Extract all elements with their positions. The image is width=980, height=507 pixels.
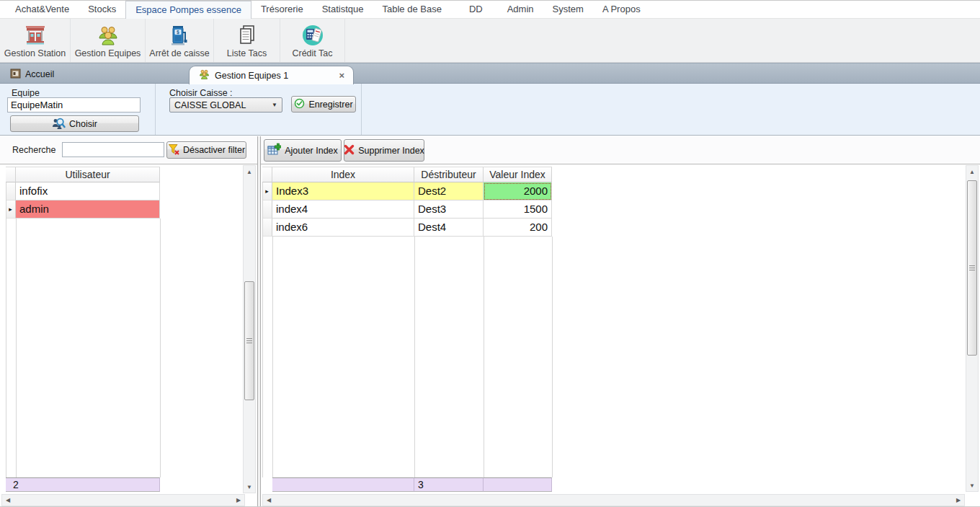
liste-tacs-label: Liste Tacs	[227, 48, 267, 58]
menu-admin[interactable]: Admin	[498, 1, 543, 18]
menu-stocks[interactable]: Stocks	[79, 1, 125, 18]
scroll-up-icon[interactable]: ▲	[244, 166, 255, 177]
supprimer-index-label: Supprimer Index	[358, 146, 424, 156]
gestion-equipes-label: Gestion Equipes	[75, 48, 141, 58]
menu-statistque[interactable]: Statistque	[313, 1, 373, 18]
users-grid-corner	[6, 167, 16, 182]
destributeur-column-header[interactable]: Déstributeur	[414, 167, 484, 182]
scroll-down-icon[interactable]: ▼	[966, 480, 978, 491]
row-header[interactable]	[6, 182, 16, 200]
ajouter-index-button[interactable]: Ajouter Index	[264, 139, 342, 162]
check-circle-icon	[294, 98, 305, 111]
row-header-current[interactable]: ▸	[262, 182, 272, 200]
menu-dd[interactable]: DD	[460, 1, 492, 18]
documents-icon	[236, 22, 258, 48]
safe-icon	[10, 69, 21, 81]
search-team-icon	[52, 117, 66, 131]
menu-espace-pompes-essence[interactable]: Espace Pompes essence	[125, 1, 251, 19]
grid-line	[6, 182, 6, 477]
scrollbar-thumb[interactable]	[967, 180, 977, 356]
liste-tacs-button[interactable]: Liste Tacs	[214, 19, 280, 62]
svg-text:$: $	[177, 29, 179, 35]
recherche-label: Recherche	[12, 145, 55, 155]
index-cell[interactable]: index6	[272, 219, 414, 237]
dest-cell-selected[interactable]: Dest2	[414, 182, 484, 200]
valeur-cell[interactable]: 200	[484, 219, 552, 237]
grid-line	[484, 237, 484, 477]
scrollbar-thumb[interactable]	[244, 281, 254, 400]
dest-cell[interactable]: Dest4	[414, 219, 484, 237]
index-horizontal-scrollbar[interactable]: ◀ ▶	[262, 494, 965, 506]
scroll-down-icon[interactable]: ▼	[244, 481, 255, 493]
scroll-left-icon[interactable]: ◀	[2, 495, 14, 506]
form-group-separator	[361, 84, 362, 135]
menu-system[interactable]: System	[543, 1, 593, 18]
equipe-input[interactable]	[7, 97, 141, 113]
row-header[interactable]	[262, 219, 272, 237]
gestion-equipes-button[interactable]: Gestion Equipes	[71, 19, 146, 62]
gestion-station-button[interactable]: Gestion Station	[0, 19, 71, 62]
scroll-left-icon[interactable]: ◀	[263, 495, 275, 506]
desactiver-filter-label: Désactiver filter	[183, 145, 245, 155]
arret-de-caisse-button[interactable]: $ Arrêt de caisse	[146, 19, 214, 62]
index-footer-cell	[484, 477, 552, 492]
index-cell[interactable]: index4	[272, 200, 414, 219]
user-row-infofix[interactable]: infofix	[16, 182, 160, 200]
menu-a-propos[interactable]: A Propos	[593, 1, 650, 18]
grid-line	[272, 237, 273, 477]
valeur-cell-focused[interactable]: 2000	[484, 182, 552, 200]
desactiver-filter-button[interactable]: Désactiver filter	[166, 141, 246, 159]
gestion-station-label: Gestion Station	[4, 48, 66, 58]
recherche-input[interactable]	[62, 142, 164, 157]
users-horizontal-scrollbar[interactable]: ◀ ▶	[1, 494, 245, 506]
choisir-button[interactable]: Choisir	[10, 115, 139, 132]
scroll-right-icon[interactable]: ▶	[233, 495, 244, 506]
supprimer-index-button[interactable]: Supprimer Index	[344, 139, 424, 162]
valeur-index-column-header[interactable]: Valeur Index	[484, 167, 552, 182]
tab-accueil[interactable]: Accueil	[4, 66, 60, 82]
index-cell-selected[interactable]: Index3	[272, 182, 414, 200]
credit-tac-label: Crédit Tac	[292, 48, 332, 58]
team-icon	[198, 69, 210, 82]
users-count-footer: 2	[6, 477, 160, 492]
equipe-label: Equipe	[12, 88, 40, 98]
index-footer-cell	[272, 477, 414, 492]
panel-splitter[interactable]	[257, 136, 261, 507]
users-column-header[interactable]: Utilisateur	[16, 167, 160, 182]
fuel-pump-icon: $	[168, 22, 191, 48]
tab-gestion-equipes-1[interactable]: Gestion Equipes 1 ×	[189, 66, 354, 84]
row-header[interactable]	[262, 200, 272, 219]
arret-de-caisse-label: Arrêt de caisse	[149, 48, 209, 58]
menu-bar: Achat&Vente Stocks Espace Pompes essence…	[0, 1, 980, 19]
valeur-cell[interactable]: 1500	[484, 200, 552, 219]
choisir-caisse-label: Choisir Caisse :	[169, 88, 233, 98]
choisir-button-label: Choisir	[69, 119, 97, 129]
users-vertical-scrollbar[interactable]: ▲ ▼	[243, 165, 256, 493]
row-header-current[interactable]: ▸	[6, 200, 16, 219]
index-vertical-scrollbar[interactable]: ▲ ▼	[966, 165, 979, 492]
current-row-marker-icon: ▸	[265, 188, 269, 195]
ajouter-index-label: Ajouter Index	[285, 146, 338, 156]
scroll-up-icon[interactable]: ▲	[966, 166, 978, 177]
current-row-marker-icon: ▸	[9, 206, 12, 213]
dest-cell[interactable]: Dest3	[414, 200, 484, 219]
index-column-header[interactable]: Index	[272, 167, 414, 182]
caisse-selected-value: CAISSE GLOBAL	[174, 100, 246, 110]
index-grid-corner	[262, 167, 272, 182]
caisse-select[interactable]: CAISSE GLOBAL ▼	[169, 97, 282, 113]
filter-off-icon	[168, 144, 179, 157]
user-row-admin-selected[interactable]: admin	[16, 200, 160, 219]
index-toolbar: Ajouter Index Supprimer Index	[261, 136, 980, 164]
gas-station-icon	[23, 22, 48, 48]
menu-tresorerie[interactable]: Trésorerie	[251, 1, 313, 18]
menu-achat-vente[interactable]: Achat&Vente	[6, 1, 79, 18]
enregistrer-button[interactable]: Enregistrer	[291, 96, 356, 113]
tab-close-icon[interactable]: ×	[339, 71, 344, 80]
delete-x-icon	[344, 144, 355, 157]
credit-tac-button[interactable]: Crédit Tac	[280, 19, 345, 62]
menu-table-de-base[interactable]: Table de Base	[373, 1, 450, 18]
form-panel: Equipe Choisir Choisir Caisse : CAISSE G…	[0, 84, 980, 136]
chevron-down-icon: ▼	[272, 102, 277, 108]
scroll-right-icon[interactable]: ▶	[953, 495, 964, 506]
toolbar: Gestion Station Gestion Equipes	[0, 19, 980, 63]
